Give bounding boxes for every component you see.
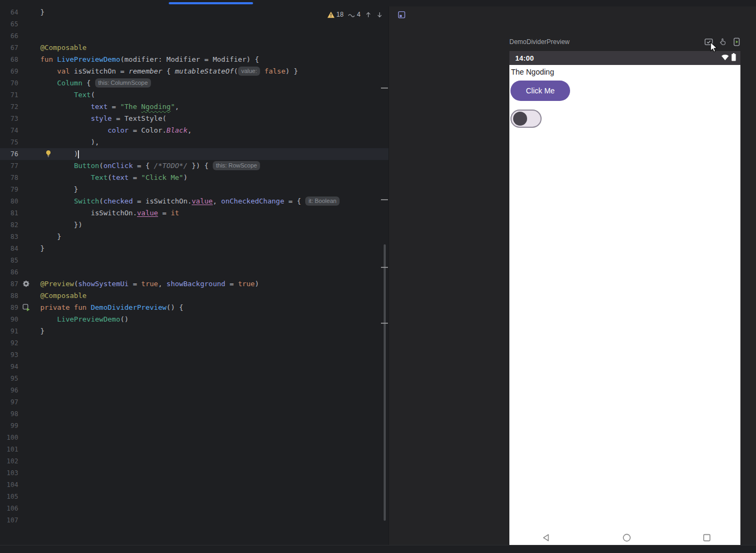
code-line-100[interactable]: 100 [0,432,388,443]
device-preview[interactable]: 14:00 The Ngoding Click Me [509,51,740,545]
code-text[interactable] [40,479,388,491]
error-stripe-mark[interactable] [381,199,388,200]
code-line-103[interactable]: 103 [0,467,388,479]
code-text[interactable] [40,432,388,443]
code-line-101[interactable]: 101 [0,443,388,455]
code-line-66[interactable]: 66 [0,30,388,42]
run-preview-icon[interactable] [732,38,741,46]
code-line-99[interactable]: 99 [0,420,388,432]
code-text[interactable] [40,361,388,373]
code-text[interactable]: Text( [40,89,388,101]
error-stripe-mark[interactable] [381,323,388,324]
code-text[interactable]: text = "The Ngoding", [40,101,388,113]
code-text[interactable]: style = TextStyle( [40,113,388,125]
code-editor[interactable]: 64}656667@Composable68fun LivePreviewDem… [0,6,388,545]
code-text[interactable]: LivePreviewDemo() [40,314,388,325]
code-text[interactable]: @Composable [40,290,388,302]
code-text[interactable]: } [40,243,388,254]
code-line-74[interactable]: 74 color = Color.Black, [0,125,388,136]
code-line-71[interactable]: 71 Text( [0,89,388,101]
code-text[interactable] [40,396,388,408]
code-text[interactable]: } [40,231,388,243]
code-text[interactable] [40,337,388,349]
code-line-75[interactable]: 75 ), [0,136,388,148]
code-text[interactable] [40,408,388,420]
code-line-97[interactable]: 97 [0,396,388,408]
code-line-70[interactable]: 70 Column { this: ColumnScope [0,77,388,89]
code-line-105[interactable]: 105 [0,491,388,503]
lightbulb-icon[interactable] [18,148,40,160]
code-text[interactable] [40,373,388,384]
typos-indicator[interactable]: 4 [348,11,361,18]
editor-scrollbar[interactable] [384,244,386,521]
code-line-104[interactable]: 104 [0,479,388,491]
code-line-89[interactable]: 89private fun DemoDividerPreview() { [0,302,388,314]
code-line-98[interactable]: 98 [0,408,388,420]
code-text[interactable]: isSwitchOn.value = it [40,207,388,219]
code-line-76[interactable]: 76 ) [0,148,388,160]
code-line-92[interactable]: 92 [0,337,388,349]
code-line-69[interactable]: 69 val isSwitchOn = remember { mutableSt… [0,66,388,77]
code-text[interactable] [40,491,388,503]
warnings-indicator[interactable]: 18 [327,11,343,18]
code-line-95[interactable]: 95 [0,373,388,384]
code-line-84[interactable]: 84} [0,243,388,254]
code-line-73[interactable]: 73 style = TextStyle( [0,113,388,125]
code-text[interactable] [40,30,388,42]
code-text[interactable] [40,254,388,266]
prev-problem-button[interactable] [365,11,372,18]
code-text[interactable]: ), [40,136,388,148]
code-line-67[interactable]: 67@Composable [0,42,388,54]
compose-preview-gutter-icon[interactable] [18,302,40,314]
preview-layout-icon[interactable] [398,11,406,19]
code-line-102[interactable]: 102 [0,455,388,467]
code-text[interactable]: Button(onClick = { /*TODO*/ }) { this: R… [40,160,388,172]
code-text[interactable] [40,514,388,526]
code-text[interactable] [40,455,388,467]
code-line-86[interactable]: 86 [0,266,388,278]
code-text[interactable] [40,349,388,361]
code-text[interactable]: } [40,325,388,337]
code-line-80[interactable]: 80 Switch(checked = isSwitchOn.value, on… [0,195,388,207]
code-line-107[interactable]: 107 [0,514,388,526]
code-line-81[interactable]: 81 isSwitchOn.value = it [0,207,388,219]
code-line-106[interactable]: 106 [0,503,388,514]
nav-recents-icon[interactable] [702,533,711,542]
code-line-87[interactable]: 87@Preview(showSystemUi = true, showBack… [0,278,388,290]
gear-icon[interactable] [18,278,40,290]
code-text[interactable]: }) [40,219,388,231]
code-line-83[interactable]: 83 } [0,231,388,243]
switch-toggle[interactable] [510,110,542,128]
code-text[interactable]: } [40,184,388,195]
code-text[interactable]: @Composable [40,42,388,54]
error-stripe-mark[interactable] [381,88,388,89]
code-text[interactable] [40,503,388,514]
code-text[interactable]: val isSwitchOn = remember { mutableState… [40,66,388,77]
code-text[interactable]: fun LivePreviewDemo(modifier: Modifier =… [40,54,388,66]
code-text[interactable] [40,420,388,432]
nav-home-icon[interactable] [622,533,631,542]
code-line-93[interactable]: 93 [0,349,388,361]
code-line-88[interactable]: 88@Composable [0,290,388,302]
code-line-85[interactable]: 85 [0,254,388,266]
code-line-77[interactable]: 77 Button(onClick = { /*TODO*/ }) { this… [0,160,388,172]
code-text[interactable]: private fun DemoDividerPreview() { [40,302,388,314]
ui-check-icon[interactable] [704,38,713,46]
code-text[interactable]: color = Color.Black, [40,125,388,136]
code-text[interactable] [40,443,388,455]
interactive-mode-icon[interactable] [718,38,727,46]
code-text[interactable]: Text(text = "Click Me") [40,172,388,184]
code-line-94[interactable]: 94 [0,361,388,373]
code-line-91[interactable]: 91} [0,325,388,337]
click-me-button[interactable]: Click Me [510,81,570,101]
nav-back-icon[interactable] [542,533,551,542]
code-line-82[interactable]: 82 }) [0,219,388,231]
code-text[interactable]: Column { this: ColumnScope [40,77,388,89]
code-text[interactable] [40,467,388,479]
code-line-79[interactable]: 79 } [0,184,388,195]
code-line-78[interactable]: 78 Text(text = "Click Me") [0,172,388,184]
code-text[interactable]: ) [40,148,388,160]
code-text[interactable] [40,266,388,278]
next-problem-button[interactable] [376,11,383,18]
code-text[interactable]: @Preview(showSystemUi = true, showBackgr… [40,278,388,290]
